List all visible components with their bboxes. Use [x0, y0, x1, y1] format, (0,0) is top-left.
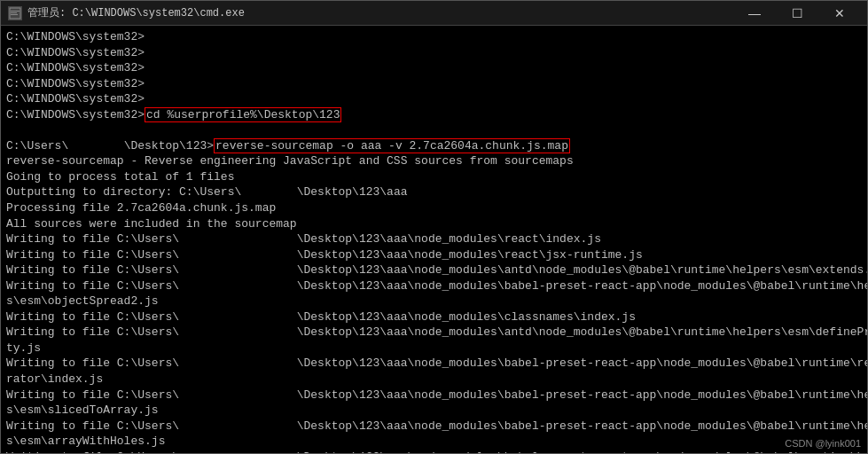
- app-icon: [8, 6, 22, 20]
- svg-rect-1: [11, 11, 20, 12]
- line-write-10: Writing to file C:\Users\█████████ \Desk…: [6, 450, 862, 453]
- minimize-button[interactable]: —: [734, 1, 775, 26]
- close-button[interactable]: ✕: [819, 1, 860, 26]
- title-bar: 管理员: C:\WINDOWS\system32\cmd.exe — ☐ ✕: [1, 1, 867, 26]
- line-write-8b: s\esm\slicedToArray.js: [6, 403, 862, 419]
- line-process-total: Going to process total of 1 files: [6, 169, 862, 185]
- line-write-8: Writing to file C:\Users\█████████ \Desk…: [6, 387, 862, 403]
- line-3: C:\WINDOWS\system32>: [6, 60, 862, 76]
- window-title: 管理员: C:\WINDOWS\system32\cmd.exe: [27, 5, 734, 20]
- line-1: C:\WINDOWS\system32>: [6, 29, 862, 45]
- cd-command-highlight: cd %userprofile%\Desktop\123: [145, 107, 341, 122]
- line-write-9: Writing to file C:\Users\█████████ \Desk…: [6, 419, 862, 434]
- line-processing: Processing file 2.7ca2604a.chunk.js.map: [6, 200, 862, 216]
- line-all-sources: All sources were included in the sourcem…: [6, 216, 862, 232]
- line-write-2: Writing to file C:\Users\█████████ \Desk…: [6, 247, 862, 263]
- cmd-window: 管理员: C:\WINDOWS\system32\cmd.exe — ☐ ✕ C…: [0, 0, 868, 454]
- line-write-5: Writing to file C:\Users\█████████ \Desk…: [6, 309, 862, 325]
- line-write-9b: s\esm\arrayWithHoles.js: [6, 434, 862, 450]
- line-output-dir: Outputting to directory: C:\Users\██████…: [6, 184, 862, 200]
- line-4: C:\WINDOWS\system32>: [6, 76, 862, 92]
- line-write-6: Writing to file C:\Users\█████████ \Desk…: [6, 325, 862, 340]
- reverse-sourcemap-highlight: reverse-sourcemap -o aaa -v 2.7ca2604a.c…: [214, 138, 570, 153]
- window-controls: — ☐ ✕: [734, 1, 860, 26]
- line-write-1: Writing to file C:\Users\█████████ \Desk…: [6, 231, 862, 247]
- line-write-3: Writing to file C:\Users\█████████ \Desk…: [6, 262, 862, 278]
- line-blank: [6, 122, 862, 138]
- line-rs-desc: reverse-sourcemap - Reverse engineering …: [6, 153, 862, 169]
- line-5: C:\WINDOWS\system32>: [6, 91, 862, 107]
- line-cd: C:\WINDOWS\system32>cd %userprofile%\Des…: [6, 107, 862, 123]
- line-write-4b: s\esm\objectSpread2.js: [6, 294, 862, 309]
- svg-rect-3: [11, 14, 18, 15]
- line-write-4: Writing to file C:\Users\█████████ \Desk…: [6, 278, 862, 294]
- terminal-body[interactable]: C:\WINDOWS\system32> C:\WINDOWS\system32…: [1, 26, 867, 453]
- line-write-7: Writing to file C:\Users\█████████ \Desk…: [6, 356, 862, 372]
- line-2: C:\WINDOWS\system32>: [6, 45, 862, 61]
- maximize-button[interactable]: ☐: [777, 1, 817, 26]
- watermark: CSDN @lyink001: [785, 438, 861, 449]
- line-write-6b: ty.js: [6, 340, 862, 356]
- line-rscmd: C:\Users\████████\Desktop\123>reverse-so…: [6, 138, 862, 154]
- line-write-7b: rator\index.js: [6, 372, 862, 387]
- svg-rect-2: [11, 12, 17, 13]
